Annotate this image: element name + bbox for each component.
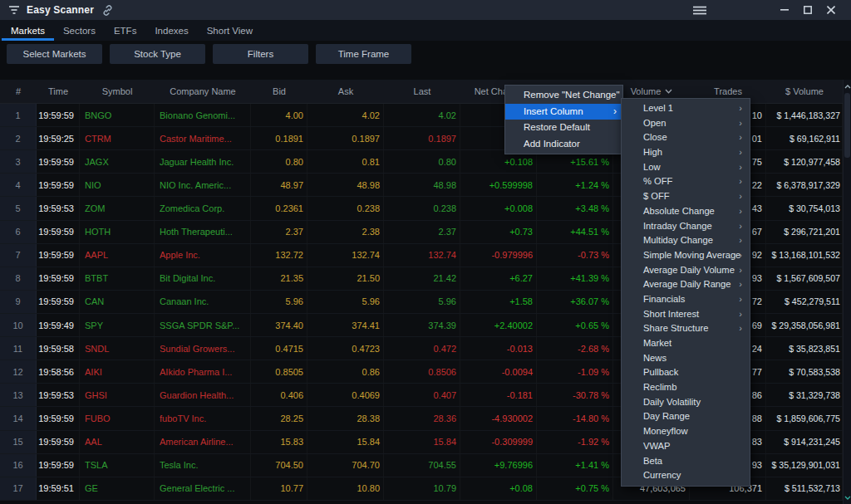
- submenu-item-day-range[interactable]: Day Range: [622, 409, 750, 424]
- cell-pct: -14.80 %: [537, 407, 613, 429]
- submenu-item-pullback[interactable]: Pullback: [622, 365, 750, 380]
- submenu-item-intraday-change[interactable]: Intraday Change›: [622, 219, 750, 234]
- link-icon[interactable]: [101, 4, 114, 17]
- cell-ask: 0.1897: [307, 127, 384, 149]
- cell-symbol: GE: [80, 477, 155, 500]
- submenu-item-label: Open: [643, 118, 666, 128]
- submenu-item-news[interactable]: News: [622, 351, 750, 366]
- submenu-item-reclimb[interactable]: Reclimb: [622, 380, 750, 395]
- scroll-down-button[interactable]: [844, 492, 851, 502]
- cell-symbol: BTBT: [80, 267, 155, 290]
- close-button[interactable]: [819, 0, 843, 20]
- cell-time: 19:59:53: [37, 197, 80, 219]
- menu-item-remove-net-change[interactable]: Remove "Net Change": [505, 87, 622, 104]
- insert-column-submenu: Level 1›Open›Close›High›Low›% OFF›$ OFF›…: [621, 98, 750, 487]
- column-header-time[interactable]: Time: [37, 80, 80, 103]
- cell-company: Jaguar Health Inc.: [155, 150, 251, 173]
- submenu-item-close[interactable]: Close›: [622, 130, 750, 145]
- window-menu-button[interactable]: [688, 0, 711, 20]
- cell-symbol: CAN: [80, 291, 155, 313]
- submenu-item-average-daily-volume[interactable]: Average Daily Volume›: [622, 263, 750, 278]
- cell-num: 7: [0, 244, 37, 267]
- chevron-right-icon: ›: [739, 233, 742, 248]
- cell-dollar_volume: $ 1,567,609,507: [766, 267, 843, 290]
- submenu-item-label: Beta: [643, 456, 662, 466]
- cell-company: SSGA SPDR S&P...: [155, 314, 251, 336]
- chevron-right-icon: ›: [739, 130, 742, 145]
- cell-symbol: AAL: [80, 431, 155, 453]
- submenu-item-beta[interactable]: Beta: [622, 454, 750, 469]
- menu-item-insert-column[interactable]: Insert Column›: [505, 104, 622, 120]
- cell-time: 19:58:56: [37, 360, 80, 383]
- vertical-scrollbar[interactable]: [843, 80, 851, 504]
- minimize-button[interactable]: [773, 0, 796, 20]
- column-header-bid[interactable]: Bid: [251, 80, 307, 103]
- cell-last: 0.1897: [384, 127, 460, 149]
- menu-item-restore-default[interactable]: Restore Default: [505, 120, 622, 136]
- chevron-right-icon: ›: [739, 219, 742, 234]
- cell-bid: 132.72: [251, 244, 307, 267]
- column-header-label: Ask: [338, 86, 353, 96]
- column-header-ask[interactable]: Ask: [307, 80, 384, 103]
- submenu-item-vwap[interactable]: VWAP: [622, 439, 750, 454]
- submenu-item-currency[interactable]: Currency: [622, 468, 750, 483]
- tab-sectors[interactable]: Sectors: [54, 20, 105, 41]
- submenu-item-multiday-change[interactable]: Multiday Change›: [622, 233, 750, 248]
- chevron-right-icon: ›: [613, 104, 617, 120]
- cell-bid: 0.2361: [251, 197, 307, 219]
- toolbar-button-filters[interactable]: Filters: [213, 44, 308, 64]
- chevron-right-icon: ›: [739, 204, 742, 219]
- scroll-up-button[interactable]: [844, 81, 851, 91]
- submenu-item-high[interactable]: High›: [622, 145, 750, 160]
- menu-item-add-indicator[interactable]: Add Indicator: [505, 136, 622, 153]
- submenu-item-off[interactable]: $ OFF›: [622, 189, 750, 204]
- submenu-item-level-1[interactable]: Level 1›: [622, 101, 750, 116]
- submenu-item-label: VWAP: [643, 441, 671, 451]
- cell-last: 10.79: [384, 477, 460, 500]
- menu-item-label: Add Indicator: [524, 139, 580, 149]
- cell-net: -0.309999: [460, 431, 537, 453]
- submenu-item-label: High: [643, 147, 662, 157]
- scrollbar-thumb[interactable]: [844, 93, 850, 158]
- cell-net: -4.930002: [460, 407, 537, 429]
- cell-symbol: TSLA: [80, 454, 155, 477]
- cell-company: Bit Digital Inc.: [155, 267, 251, 290]
- toolbar-button-stock-type[interactable]: Stock Type: [110, 44, 205, 64]
- submenu-item-label: % OFF: [643, 176, 672, 186]
- submenu-item-share-structure[interactable]: Share Structure›: [622, 321, 750, 336]
- submenu-item-market[interactable]: Market: [622, 336, 750, 351]
- column-header-volume[interactable]: $ Volume: [766, 80, 843, 103]
- cell-ask: 0.81: [307, 150, 384, 173]
- cell-pct: +1.41 %: [537, 454, 613, 477]
- tab-indexes[interactable]: Indexes: [145, 20, 197, 41]
- submenu-item-moneyflow[interactable]: Moneyflow: [622, 424, 750, 439]
- cell-bid: 2.37: [251, 221, 307, 243]
- tab-short-view[interactable]: Short View: [198, 20, 262, 41]
- submenu-item-short-interest[interactable]: Short Interest›: [622, 307, 750, 322]
- cell-num: 4: [0, 174, 37, 196]
- maximize-icon: [804, 6, 812, 14]
- column-header-symbol[interactable]: Symbol: [80, 80, 155, 103]
- submenu-item-off[interactable]: % OFF›: [622, 174, 750, 189]
- maximize-button[interactable]: [796, 0, 819, 20]
- submenu-item-simple-moving-average[interactable]: Simple Moving Average›: [622, 248, 750, 263]
- submenu-item-absolute-change[interactable]: Absolute Change›: [622, 204, 750, 219]
- cell-dollar_volume: $ 6,378,917,329: [766, 174, 843, 196]
- submenu-item-label: $ OFF: [643, 191, 670, 201]
- submenu-item-open[interactable]: Open›: [622, 116, 750, 131]
- column-header-col0[interactable]: #: [0, 80, 37, 103]
- cell-dollar_volume: $ 35,129,901,031: [766, 454, 843, 477]
- submenu-item-financials[interactable]: Financials›: [622, 292, 750, 307]
- chevron-right-icon: ›: [739, 160, 742, 175]
- tab-etfs[interactable]: ETFs: [105, 20, 145, 41]
- cell-num: 12: [0, 360, 37, 383]
- column-header-last[interactable]: Last: [384, 80, 460, 103]
- chevron-right-icon: ›: [739, 263, 742, 278]
- submenu-item-average-daily-range[interactable]: Average Daily Range›: [622, 277, 750, 292]
- toolbar-button-select-markets[interactable]: Select Markets: [7, 44, 102, 64]
- toolbar-button-time-frame[interactable]: Time Frame: [316, 44, 411, 64]
- submenu-item-daily-volatility[interactable]: Daily Volatility: [622, 395, 750, 410]
- tab-markets[interactable]: Markets: [2, 20, 54, 41]
- column-header-company-name[interactable]: Company Name: [155, 80, 251, 103]
- submenu-item-low[interactable]: Low›: [622, 160, 750, 175]
